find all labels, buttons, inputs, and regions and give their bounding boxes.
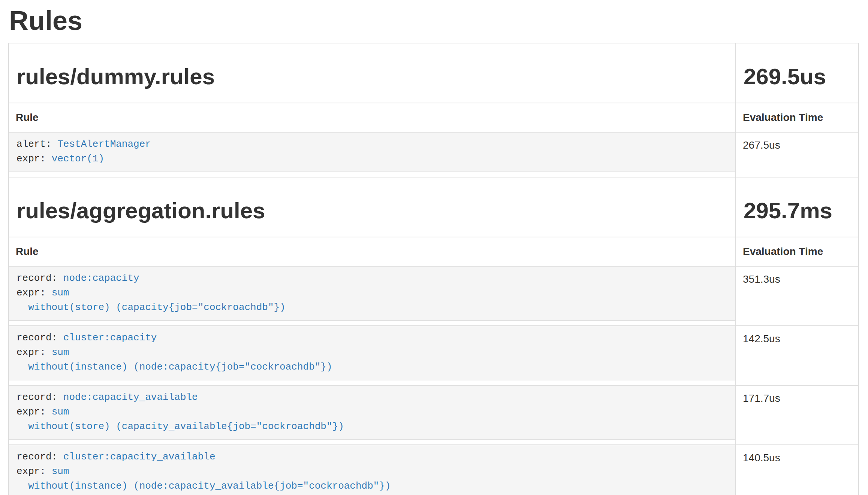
rule-row: alert: TestAlertManager expr: vector(1)2… bbox=[9, 132, 859, 177]
rule-definition: record: cluster:capacity expr: sum witho… bbox=[9, 326, 735, 380]
rule-link[interactable]: TestAlertManager bbox=[57, 139, 151, 150]
rules-table-body: rules/dummy.rules269.5usRuleEvaluation T… bbox=[9, 43, 859, 495]
rule-row: record: node:capacity expr: sum without(… bbox=[9, 266, 859, 326]
rule-cell: record: node:capacity expr: sum without(… bbox=[9, 266, 736, 326]
rule-definition: record: node:capacity expr: sum without(… bbox=[9, 267, 735, 321]
rule-link[interactable]: node:capacity bbox=[63, 273, 139, 284]
rule-keyword: record: bbox=[16, 451, 63, 462]
column-header-eval-time: Evaluation Time bbox=[736, 103, 859, 132]
page-title: Rules bbox=[9, 6, 859, 35]
rule-cell: record: cluster:capacity expr: sum witho… bbox=[9, 326, 736, 385]
rule-group-eval-time: 269.5us bbox=[744, 64, 851, 89]
rule-eval-time: 351.3us bbox=[736, 266, 859, 326]
rule-group-header-row: rules/aggregation.rules295.7ms bbox=[9, 177, 859, 237]
rule-keyword: expr: bbox=[16, 466, 52, 477]
rule-group-file-cell: rules/dummy.rules bbox=[9, 43, 736, 103]
rule-eval-time: 140.5us bbox=[736, 445, 859, 495]
rule-row: record: node:capacity_available expr: su… bbox=[9, 385, 859, 445]
rule-eval-time: 267.5us bbox=[736, 132, 859, 177]
rule-row: record: cluster:capacity expr: sum witho… bbox=[9, 326, 859, 385]
rule-group-eval-time-cell: 269.5us bbox=[736, 43, 859, 103]
rule-link[interactable]: sum without(store) (capacity{job="cockro… bbox=[16, 287, 286, 313]
rule-link[interactable]: sum without(instance) (node:capacity_ava… bbox=[16, 466, 391, 492]
rule-link[interactable]: node:capacity_available bbox=[63, 392, 198, 403]
rules-page: Rules rules/dummy.rules269.5usRuleEvalua… bbox=[0, 6, 868, 495]
column-header-rule: Rule bbox=[9, 103, 736, 132]
rule-eval-time: 142.5us bbox=[736, 326, 859, 385]
rule-eval-time: 171.7us bbox=[736, 385, 859, 445]
rule-keyword: expr: bbox=[16, 347, 52, 358]
rule-link[interactable]: sum without(store) (capacity_available{j… bbox=[16, 406, 344, 432]
rule-keyword: expr: bbox=[16, 406, 52, 417]
column-header-row: RuleEvaluation Time bbox=[9, 237, 859, 266]
rule-link[interactable]: sum without(instance) (node:capacity{job… bbox=[16, 347, 332, 373]
rule-keyword: alert: bbox=[16, 139, 57, 150]
column-header-rule: Rule bbox=[9, 237, 736, 266]
rule-keyword: expr: bbox=[16, 153, 52, 164]
rule-keyword: record: bbox=[16, 273, 63, 284]
rule-definition: alert: TestAlertManager expr: vector(1) bbox=[9, 133, 735, 172]
rule-row: record: cluster:capacity_available expr:… bbox=[9, 445, 859, 495]
rule-definition: record: cluster:capacity_available expr:… bbox=[9, 445, 735, 495]
column-header-eval-time: Evaluation Time bbox=[736, 237, 859, 266]
rule-link[interactable]: cluster:capacity bbox=[63, 332, 157, 343]
rule-link[interactable]: cluster:capacity_available bbox=[63, 451, 216, 462]
rule-group-file: rules/aggregation.rules bbox=[16, 198, 728, 223]
rule-keyword: record: bbox=[16, 332, 63, 343]
rule-group-file: rules/dummy.rules bbox=[16, 64, 728, 89]
rule-group-eval-time-cell: 295.7ms bbox=[736, 177, 859, 237]
rules-table: rules/dummy.rules269.5usRuleEvaluation T… bbox=[8, 43, 859, 495]
rule-group-eval-time: 295.7ms bbox=[744, 198, 851, 223]
rule-link[interactable]: vector(1) bbox=[52, 153, 104, 164]
rule-group-header-row: rules/dummy.rules269.5us bbox=[9, 43, 859, 103]
rule-keyword: record: bbox=[16, 392, 63, 403]
rule-group-file-cell: rules/aggregation.rules bbox=[9, 177, 736, 237]
rule-cell: record: cluster:capacity_available expr:… bbox=[9, 445, 736, 495]
rule-definition: record: node:capacity_available expr: su… bbox=[9, 386, 735, 440]
rule-keyword: expr: bbox=[16, 287, 52, 298]
column-header-row: RuleEvaluation Time bbox=[9, 103, 859, 132]
rule-cell: record: node:capacity_available expr: su… bbox=[9, 385, 736, 445]
rule-cell: alert: TestAlertManager expr: vector(1) bbox=[9, 132, 736, 177]
